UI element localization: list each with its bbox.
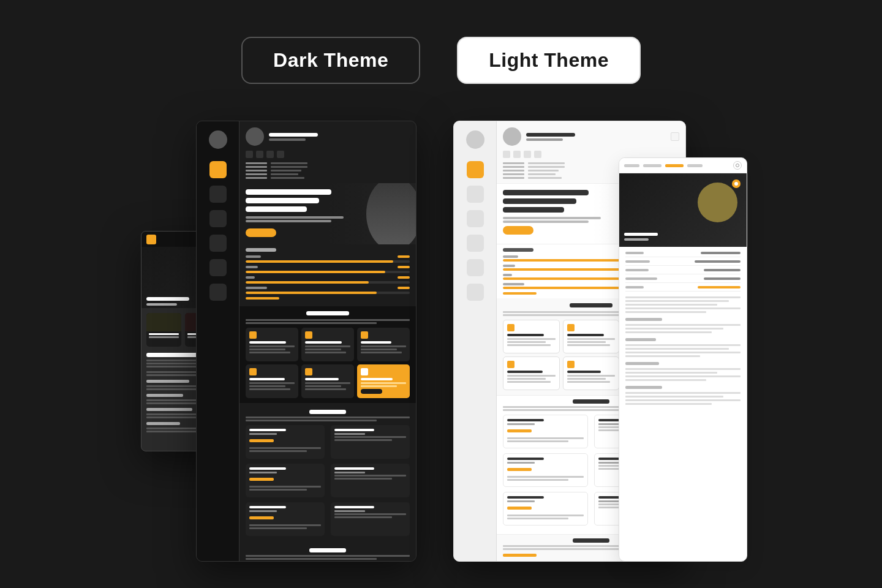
sidebar-icon-portfolio[interactable] xyxy=(209,235,227,252)
info-value xyxy=(271,177,304,179)
my-services-section xyxy=(239,306,416,403)
detail-icon-badge xyxy=(732,179,741,188)
food-logo xyxy=(146,235,156,244)
service-item xyxy=(507,381,551,383)
social-icon[interactable] xyxy=(524,151,531,158)
light-settings-icon[interactable] xyxy=(671,132,679,141)
sidebar-icon-resume[interactable] xyxy=(209,259,227,276)
sidebar-icon-portfolio-light[interactable] xyxy=(467,235,484,252)
education-title xyxy=(309,410,346,414)
dark-theme-badge[interactable]: Dark Theme xyxy=(241,37,420,84)
sidebar-icon-home-light[interactable] xyxy=(467,161,484,178)
light-theme-container xyxy=(453,108,747,562)
light-edu-title xyxy=(573,399,609,404)
section-head xyxy=(625,318,662,321)
sidebar-icon-home[interactable] xyxy=(209,161,227,178)
service-advertising xyxy=(357,364,410,398)
sidebar-icon-contact[interactable] xyxy=(209,284,227,301)
service-item xyxy=(361,345,406,347)
project-details-list xyxy=(619,247,747,410)
skill-fill xyxy=(246,281,369,284)
lets-talk-btn[interactable] xyxy=(246,228,276,237)
info-value xyxy=(271,166,307,168)
sidebar-icon-services[interactable] xyxy=(209,210,227,227)
detail-value-link[interactable] xyxy=(698,286,741,288)
detail-label xyxy=(625,260,650,263)
uni-degree xyxy=(507,423,535,425)
sidebar-icon-about[interactable] xyxy=(209,186,227,203)
service-item xyxy=(567,375,616,377)
nav-item xyxy=(687,164,703,167)
skills-section xyxy=(239,244,416,303)
social-icon[interactable] xyxy=(534,151,541,158)
cert-desc xyxy=(334,439,392,441)
info-row xyxy=(246,173,410,175)
light-lets-talk-btn[interactable] xyxy=(503,226,533,235)
skill-wordpress xyxy=(246,287,410,294)
service-icon xyxy=(249,331,257,339)
light-hero-sub-1 xyxy=(503,217,601,219)
cert-desc xyxy=(334,436,406,438)
uni-desc xyxy=(249,527,307,529)
service-cta[interactable] xyxy=(361,389,382,394)
service-item xyxy=(305,385,341,387)
info-row xyxy=(246,166,410,168)
light-avatar xyxy=(503,127,521,146)
skill-label xyxy=(246,276,255,279)
content-line xyxy=(625,324,741,326)
cert-name xyxy=(334,506,374,508)
info-label xyxy=(246,170,267,172)
download-btn[interactable] xyxy=(246,297,279,300)
social-icon[interactable] xyxy=(256,151,263,158)
uni-degree xyxy=(507,500,535,502)
sidebar-icon-contact-light[interactable] xyxy=(467,284,484,301)
social-icon[interactable] xyxy=(246,151,253,158)
hero-line-3 xyxy=(246,206,307,212)
service-name xyxy=(567,334,604,336)
light-edu-card-3 xyxy=(503,453,588,487)
sidebar-icon-services-light[interactable] xyxy=(467,210,484,227)
info-row xyxy=(246,177,410,179)
nav-item xyxy=(643,164,662,167)
hero-sub-2 xyxy=(246,220,331,222)
service-icon xyxy=(567,361,575,368)
light-theme-badge[interactable]: Light Theme xyxy=(457,37,641,84)
header-area: Dark Theme Light Theme xyxy=(0,0,882,108)
food-circle-img xyxy=(698,183,737,222)
skill-html xyxy=(246,255,410,263)
content-line xyxy=(625,399,741,401)
info-value xyxy=(528,166,565,168)
info-value xyxy=(528,162,565,164)
social-icon[interactable] xyxy=(277,151,284,158)
sidebar-icon-about-light[interactable] xyxy=(467,186,484,203)
service-icon xyxy=(361,331,368,339)
service-graphics xyxy=(246,364,298,398)
service-app-dev xyxy=(301,328,354,361)
light-services-title xyxy=(570,303,612,307)
skill-bar xyxy=(246,281,410,284)
skill-percent xyxy=(398,266,410,268)
uni-name xyxy=(249,467,286,470)
uni-name xyxy=(249,429,286,431)
sidebar-icon-resume-light[interactable] xyxy=(467,259,484,276)
food-item-name xyxy=(149,333,179,335)
exp-desc xyxy=(246,555,410,557)
cert-type xyxy=(334,472,365,473)
profile-name-line xyxy=(269,133,318,137)
social-icon[interactable] xyxy=(513,151,521,158)
social-icon[interactable] xyxy=(266,151,274,158)
cert-desc xyxy=(334,478,392,480)
content-line xyxy=(625,352,741,353)
search-icon[interactable] xyxy=(733,161,742,170)
light-hero-line-3 xyxy=(503,207,564,213)
nav-item-active[interactable] xyxy=(665,164,684,167)
section-subhead xyxy=(146,394,183,397)
skill-percent xyxy=(398,287,410,289)
service-icon xyxy=(361,368,368,375)
download-btn[interactable] xyxy=(503,292,537,295)
uni-desc xyxy=(507,514,584,516)
social-icon[interactable] xyxy=(503,151,510,158)
light-profile-text xyxy=(526,133,666,141)
food-item-text xyxy=(146,331,181,340)
content-line xyxy=(625,331,712,333)
